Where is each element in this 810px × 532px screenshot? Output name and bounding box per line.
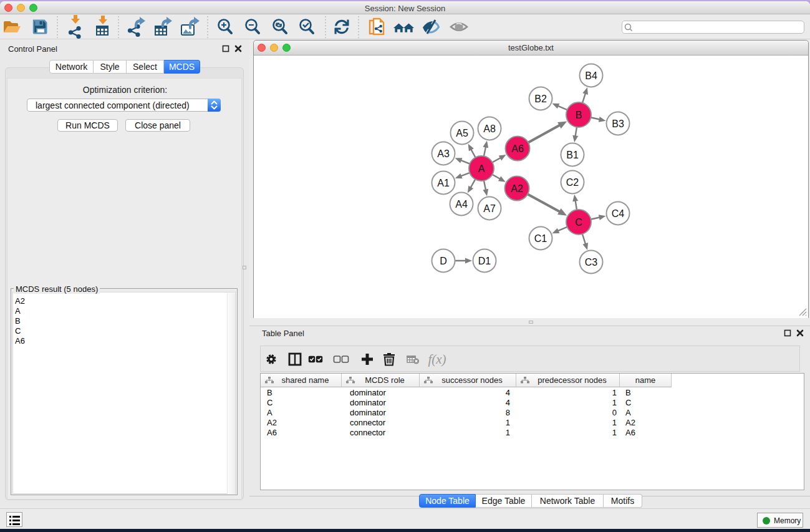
svg-text:f(x): f(x): [428, 352, 446, 367]
svg-text:A2: A2: [511, 183, 523, 194]
svg-text:B3: B3: [612, 118, 624, 129]
svg-text:C2: C2: [566, 177, 579, 188]
svg-text:D: D: [440, 256, 447, 266]
svg-text:B4: B4: [585, 70, 597, 81]
svg-text:B: B: [576, 110, 582, 120]
svg-text:B2: B2: [534, 94, 547, 104]
svg-text:C1: C1: [534, 233, 547, 244]
svg-text:A8: A8: [483, 123, 496, 134]
svg-text:A7: A7: [483, 203, 496, 214]
svg-text:A: A: [478, 163, 485, 174]
svg-text:B1: B1: [566, 150, 579, 160]
svg-text:C3: C3: [585, 257, 598, 268]
svg-text:D1: D1: [478, 256, 491, 266]
svg-text:A3: A3: [437, 148, 450, 159]
svg-text:A6: A6: [511, 143, 524, 154]
svg-text:A4: A4: [455, 199, 468, 210]
svg-text:C4: C4: [612, 208, 625, 219]
svg-text:A1: A1: [437, 178, 450, 188]
svg-text:A5: A5: [456, 128, 468, 138]
svg-text:C: C: [575, 217, 582, 228]
